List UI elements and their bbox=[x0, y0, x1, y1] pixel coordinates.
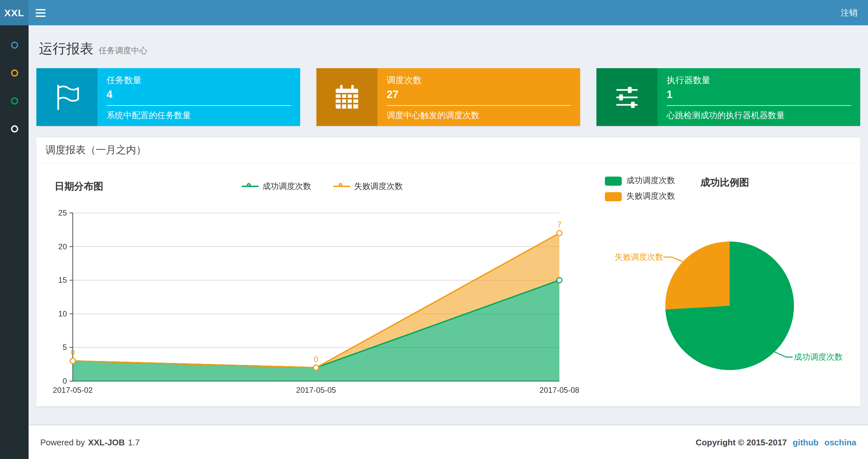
chart-title-row: 日期分布图 成功调度次数 bbox=[50, 169, 595, 199]
svg-text:10: 10 bbox=[58, 309, 67, 318]
sidebar-item-4[interactable] bbox=[0, 125, 29, 132]
content: 运行报表任务调度中心 任务数量 4 系统中配置的任务数量 bbox=[29, 25, 868, 425]
page-footer: Powered by XXL-JOB 1.7 Copyright © 2015-… bbox=[29, 425, 868, 459]
svg-text:2017-05-02: 2017-05-02 bbox=[53, 386, 93, 394]
info-box-job-count: 任务数量 4 系统中配置的任务数量 bbox=[36, 68, 300, 126]
svg-text:7: 7 bbox=[557, 220, 561, 229]
legend-item-fail[interactable]: 失败调度次数 bbox=[333, 181, 403, 192]
success-ratio-chart: 成功调度次数 失败调度次数 成功比例图 bbox=[595, 169, 847, 399]
circle-icon bbox=[11, 97, 18, 104]
svg-text:0: 0 bbox=[70, 348, 75, 357]
svg-text:0: 0 bbox=[63, 376, 67, 385]
svg-text:25: 25 bbox=[58, 208, 67, 217]
info-box-description: 心跳检测成功的执行器机器数量 bbox=[666, 110, 851, 122]
oschina-link[interactable]: oschina bbox=[825, 437, 856, 447]
svg-text:2017-05-08: 2017-05-08 bbox=[539, 386, 580, 394]
sliders-icon bbox=[596, 68, 657, 126]
sidebar-item-3[interactable] bbox=[0, 97, 29, 104]
page-header: 运行报表任务调度中心 bbox=[36, 33, 860, 68]
svg-text:0: 0 bbox=[314, 355, 318, 364]
svg-text:2017-05-05: 2017-05-05 bbox=[296, 386, 336, 394]
circle-icon bbox=[11, 125, 18, 132]
line-chart-svg: 05101520252017-05-022017-05-052017-05-08… bbox=[50, 199, 595, 399]
sidebar-toggle-button[interactable] bbox=[29, 0, 52, 25]
line-marker-icon bbox=[333, 186, 350, 187]
info-box-value: 1 bbox=[666, 88, 851, 101]
info-box-value: 4 bbox=[106, 88, 291, 101]
hamburger-icon bbox=[35, 9, 45, 10]
info-box-content: 执行器数量 1 心跳检测成功的执行器机器数量 bbox=[657, 68, 860, 126]
daily-distribution-chart: 日期分布图 成功调度次数 bbox=[50, 169, 595, 399]
sidebar-item-1[interactable] bbox=[0, 41, 29, 49]
app-logo: XXL bbox=[0, 0, 29, 25]
footer-right: Copyright © 2015-2017 github oschina bbox=[696, 437, 856, 447]
pie-legend: 成功调度次数 失败调度次数 bbox=[605, 175, 675, 206]
info-box-description: 调度中心触发的调度次数 bbox=[386, 110, 571, 122]
info-box-executor-count: 执行器数量 1 心跳检测成功的执行器机器数量 bbox=[596, 68, 860, 126]
divider bbox=[106, 105, 291, 106]
github-link[interactable]: github bbox=[793, 437, 818, 447]
navbar-spacer bbox=[52, 0, 830, 25]
line-marker-icon bbox=[242, 186, 258, 187]
legend-label: 失败调度次数 bbox=[354, 181, 403, 192]
product-version: 1.7 bbox=[128, 437, 140, 447]
main-area: 运行报表任务调度中心 任务数量 4 系统中配置的任务数量 bbox=[29, 25, 868, 459]
sidebar bbox=[0, 25, 29, 459]
info-box-value: 27 bbox=[386, 88, 571, 101]
divider bbox=[386, 105, 571, 106]
copyright: Copyright © 2015-2017 bbox=[696, 437, 787, 447]
pie-chart-title: 成功比例图 bbox=[701, 176, 749, 189]
pie-chart bbox=[665, 241, 794, 370]
legend-label: 成功调度次数 bbox=[626, 175, 675, 186]
hamburger-icon bbox=[35, 12, 45, 13]
circle-icon bbox=[11, 41, 18, 49]
panel-title: 调度报表（一月之内） bbox=[36, 138, 860, 164]
flag-icon bbox=[36, 68, 97, 126]
line-chart-legend: 成功调度次数 失败调度次数 bbox=[50, 174, 595, 199]
logout-link[interactable]: 注销 bbox=[830, 0, 868, 25]
info-box-content: 任务数量 4 系统中配置的任务数量 bbox=[97, 68, 300, 126]
legend-label: 失败调度次数 bbox=[626, 191, 675, 202]
hamburger-icon bbox=[35, 15, 45, 17]
info-box-label: 调度次数 bbox=[386, 75, 571, 86]
powered-by-text: Powered by bbox=[40, 437, 85, 447]
pie-callout-fail: 失败调度次数 bbox=[615, 252, 663, 263]
info-box-label: 任务数量 bbox=[106, 75, 291, 86]
info-box-row: 任务数量 4 系统中配置的任务数量 bbox=[36, 68, 860, 126]
top-navbar: XXL 注销 bbox=[0, 0, 868, 25]
info-box-description: 系统中配置的任务数量 bbox=[106, 110, 291, 122]
info-box-trigger-count: 调度次数 27 调度中心触发的调度次数 bbox=[316, 68, 580, 126]
page-title: 运行报表 bbox=[39, 41, 94, 56]
divider bbox=[666, 105, 851, 106]
pie-legend-item-success[interactable]: 成功调度次数 bbox=[605, 175, 675, 186]
sidebar-item-2[interactable] bbox=[0, 69, 29, 76]
page-subtitle: 任务调度中心 bbox=[99, 46, 148, 55]
line-chart-title: 日期分布图 bbox=[50, 180, 103, 193]
svg-text:20: 20 bbox=[58, 242, 67, 251]
report-panel: 调度报表（一月之内） 日期分布图 成功调度次数 bbox=[36, 138, 860, 406]
panel-body: 日期分布图 成功调度次数 bbox=[36, 164, 860, 406]
info-box-content: 调度次数 27 调度中心触发的调度次数 bbox=[377, 68, 580, 126]
powered-by: Powered by XXL-JOB 1.7 bbox=[40, 437, 140, 447]
legend-label: 成功调度次数 bbox=[262, 181, 311, 192]
circle-icon bbox=[11, 69, 18, 76]
app-root: XXL 注销 运行报表任务调度中心 bbox=[0, 0, 868, 459]
info-box-label: 执行器数量 bbox=[666, 75, 851, 86]
swatch-icon bbox=[605, 192, 622, 201]
calendar-icon bbox=[316, 68, 377, 126]
pie-callout-success: 成功调度次数 bbox=[794, 352, 843, 363]
legend-item-success[interactable]: 成功调度次数 bbox=[242, 181, 311, 192]
pie-legend-item-fail[interactable]: 失败调度次数 bbox=[605, 191, 675, 202]
swatch-icon bbox=[605, 176, 622, 185]
product-name: XXL-JOB bbox=[88, 437, 125, 447]
svg-text:5: 5 bbox=[63, 343, 67, 352]
svg-text:15: 15 bbox=[58, 275, 67, 284]
